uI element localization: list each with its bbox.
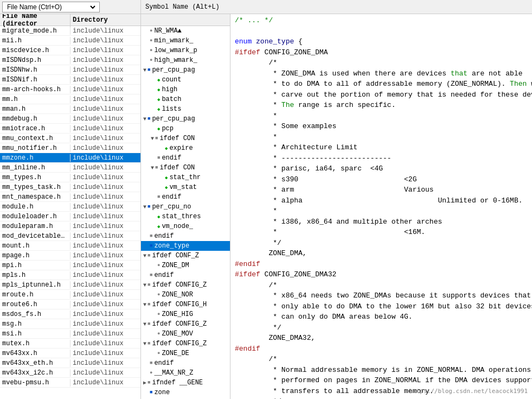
expand-icon[interactable]: ▶ [143,379,146,386]
tree-item[interactable]: ◆vm_node_ [141,221,230,231]
file-row[interactable]: mm_inline.hinclude\linux [0,163,140,173]
tree-item[interactable]: ◆high [141,85,230,94]
tree-item[interactable]: ◆count [141,75,230,85]
file-row[interactable]: mm-arch-hooks.hinclude\linux [0,85,140,94]
file-row[interactable]: mroute.hinclude\linux [0,290,140,300]
file-row[interactable]: mmzone.hinclude\linux [0,153,140,163]
file-row[interactable]: mISDNif.hinclude\linux [0,75,140,85]
tree-item[interactable]: ▼■ifdef CONFIG_Z [141,319,230,329]
file-name-cell: mount.h [0,242,70,250]
file-row[interactable]: mpage.hinclude\linux [0,251,140,261]
file-dir-cell: include\linux [70,174,126,181]
file-row[interactable]: mpls.hinclude\linux [0,270,140,280]
file-row[interactable]: mod_devicetable.hinclude\linux [0,231,140,241]
collapse-icon[interactable]: ▼ [143,282,146,288]
tree-item[interactable]: ◆lists [141,104,230,114]
file-row[interactable]: mpls_iptunnel.hinclude\linux [0,280,140,290]
tree-item[interactable]: ■endif [141,358,230,368]
file-row[interactable]: mv643xx.hinclude\linux [0,349,140,358]
file-row[interactable]: mpi.hinclude\linux [0,261,140,270]
symbol-tree[interactable]: ●NR_WMA▲●min_wmark_●low_wmark_p●high_wma… [141,26,230,399]
file-row[interactable]: msi.hinclude\linux [0,329,140,339]
tree-item[interactable]: ◆batch [141,94,230,104]
code-panel[interactable]: /* ... */ enum zone_type { #ifdef CONFIG… [230,14,532,399]
file-row[interactable]: msdos_fs.hinclude\linux [0,309,140,319]
tree-item[interactable]: ▶■ifndef __GENE [141,378,230,388]
tree-item[interactable]: ▼■ifdef CONFIG_Z [141,339,230,349]
tree-item[interactable]: ◆stat_thres [141,212,230,221]
file-name-dropdown[interactable]: File Name (Ctrl+O) [2,2,100,12]
file-name-cell: mutex.h [0,340,70,347]
file-row[interactable]: mmiotrace.hinclude\linux [0,124,140,134]
file-name-cell: mv643xx.h [0,350,70,357]
tree-item[interactable]: ▼■ifdef CONF_Z [141,251,230,261]
tree-item[interactable]: ●ZONE_HIG [141,309,230,319]
tree-item[interactable]: ■endif [141,231,230,241]
tree-item[interactable]: ▼■per_cpu_pag [141,114,230,124]
tree-item[interactable]: ◆pcp [141,124,230,134]
file-row[interactable]: mount.hinclude\linux [0,241,140,251]
collapse-icon[interactable]: ▼ [143,204,146,210]
file-row[interactable]: mm_types.hinclude\linux [0,173,140,182]
tree-item[interactable]: ●ZONE_NOR [141,290,230,300]
file-row[interactable]: mmdebug.hinclude\linux [0,114,140,124]
tree-item[interactable]: ◆vm_stat [141,182,230,192]
file-row[interactable]: mm_types_task.hinclude\linux [0,182,140,192]
tree-item[interactable]: ▼■per_cpu_pag [141,65,230,75]
tree-item[interactable]: ●min_wmark_ [141,36,230,46]
file-dir-cell: include\linux [70,135,126,142]
file-row[interactable]: mii.hinclude\linux [0,36,140,46]
tree-item[interactable]: ●NR_WMA▲ [141,26,230,36]
collapse-icon[interactable]: ▼ [143,302,146,308]
tree-item[interactable]: ■endif [141,153,230,163]
ifdef-icon: ■ [148,341,150,346]
tree-item[interactable]: ◆expire [141,143,230,153]
tree-item[interactable]: ■zone [141,388,230,397]
tree-item-label: batch [162,96,181,103]
tree-item[interactable]: ◆stat_thr [141,173,230,182]
tree-item[interactable]: ■endif [141,270,230,280]
collapse-icon[interactable]: ▼ [143,116,146,122]
tree-item[interactable]: ▼■per_cpu_no [141,202,230,212]
tree-item[interactable]: ■zone_type [141,241,230,251]
file-row[interactable]: moduleparam.hinclude\linux [0,221,140,231]
tree-item[interactable]: ▼■ifdef CONFIG_H [141,300,230,309]
file-row[interactable]: msg.hinclude\linux [0,319,140,329]
file-row[interactable]: migrate_mode.hinclude\linux [0,26,140,36]
tree-item[interactable]: ●__MAX_NR_Z [141,368,230,378]
tree-item[interactable]: ●ZONE_DM [141,261,230,270]
collapse-icon[interactable]: ▼ [143,321,146,327]
file-row[interactable]: mnt_namespace.hinclude\linux [0,192,140,202]
collapse-icon[interactable]: ▼ [143,253,146,259]
file-row[interactable]: mm.hinclude\linux [0,94,140,104]
collapse-icon[interactable]: ▼ [143,67,146,73]
file-row[interactable]: mv643xx_i2c.hinclude\linux [0,368,140,378]
file-name-select[interactable]: File Name (Ctrl+O) [5,3,97,11]
file-row[interactable]: mv643xx_eth.hinclude\linux [0,358,140,368]
file-row[interactable]: moduleloader.hinclude\linux [0,212,140,221]
define-icon: ● [150,370,152,376]
tree-item[interactable]: ●high_wmark_ [141,55,230,65]
file-row[interactable]: mutex.hinclude\linux [0,339,140,349]
file-row[interactable]: miscdevice.hinclude\linux [0,46,140,55]
file-row[interactable]: mISDNhw.hinclude\linux [0,65,140,75]
tree-item[interactable]: ●low_wmark_p [141,46,230,55]
collapse-icon[interactable]: ▼ [151,165,154,171]
tree-item[interactable]: ▼■ifdef CONFIG_Z [141,280,230,290]
tree-item[interactable]: ●ZONE_MOV [141,329,230,339]
file-row[interactable]: mISDNdsp.hinclude\linux [0,55,140,65]
file-row[interactable]: mmu_notifier.hinclude\linux [0,143,140,153]
file-row[interactable]: mvebu-pmsu.hinclude\linux [0,378,140,388]
tree-item[interactable]: ▼■ifdef CON [141,134,230,143]
tree-item[interactable]: ●ZONE_DE [141,349,230,358]
file-row[interactable]: module.hinclude\linux [0,202,140,212]
symbol-panel-header [141,14,230,26]
tree-item[interactable]: ■endif [141,192,230,202]
file-row[interactable]: mroute6.hinclude\linux [0,300,140,309]
tree-item[interactable]: ▼■ifdef CON [141,163,230,173]
collapse-icon[interactable]: ▼ [151,136,154,142]
file-list[interactable]: migrate_mode.hinclude\linuxmii.hinclude\… [0,26,140,399]
file-row[interactable]: mman.hinclude\linux [0,104,140,114]
file-row[interactable]: mmu_context.hinclude\linux [0,134,140,143]
collapse-icon[interactable]: ▼ [143,341,146,347]
